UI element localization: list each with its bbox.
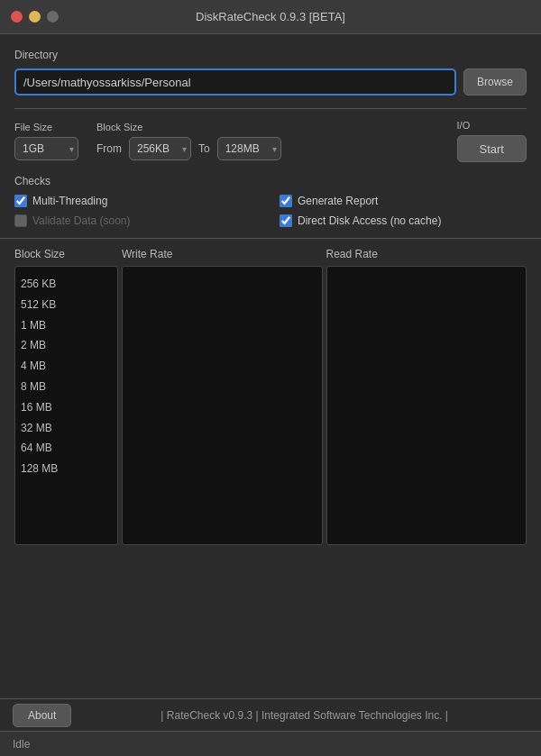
- browse-button[interactable]: Browse: [463, 68, 527, 96]
- window-title: DiskRateCheck 0.9.3 [BETA]: [196, 10, 345, 23]
- directory-label: Directory: [14, 49, 527, 61]
- from-label: From: [96, 142, 122, 155]
- to-label: To: [198, 142, 210, 155]
- direct-disk-checkbox[interactable]: [280, 214, 292, 227]
- check-validate-data: Validate Data (soon): [14, 214, 261, 227]
- results-table: Block Size 256 KB 512 KB 1 MB 2 MB 4 MB …: [14, 248, 527, 545]
- io-group: I/O Start: [457, 120, 527, 162]
- list-item: 8 MB: [21, 377, 112, 397]
- status-text: Idle: [13, 738, 30, 751]
- list-item: 4 MB: [21, 356, 112, 377]
- titlebar: DiskRateCheck 0.9.3 [BETA]: [0, 0, 541, 34]
- footer-bar: About | RateCheck v0.9.3 | Integrated So…: [0, 698, 541, 731]
- filesize-group: File Size 1GB 2GB 4GB 512MB ▾: [14, 122, 78, 160]
- footer-info: | RateCheck v0.9.3 | Integrated Software…: [80, 709, 528, 722]
- checks-grid: Multi-Threading Generate Report Validate…: [14, 195, 527, 227]
- blocksize-group: Block Size From 256KB 512KB 1MB 2MB ▾ To…: [96, 122, 439, 160]
- read-rate-header: Read Rate: [326, 248, 527, 260]
- divider-1: [14, 108, 527, 109]
- divider-2: [0, 238, 541, 239]
- col-write-rate: Write Rate: [122, 248, 323, 545]
- write-rate-data: [122, 266, 323, 545]
- blocksize-to-wrapper: 128MB 64MB 32MB 16MB ▾: [217, 137, 281, 160]
- about-button[interactable]: About: [13, 704, 71, 727]
- direct-disk-label: Direct Disk Access (no cache): [298, 214, 441, 227]
- maximize-button[interactable]: [47, 11, 59, 23]
- block-size-list: 256 KB 512 KB 1 MB 2 MB 4 MB 8 MB 16 MB …: [14, 266, 118, 545]
- blocksize-from-select[interactable]: 256KB 512KB 1MB 2MB: [129, 137, 191, 160]
- block-size-header: Block Size: [14, 248, 118, 260]
- list-item: 512 KB: [21, 295, 112, 315]
- blocksize-to-select[interactable]: 128MB 64MB 32MB 16MB: [217, 137, 281, 160]
- multithreading-checkbox[interactable]: [14, 195, 27, 207]
- status-bar: Idle: [0, 731, 541, 756]
- generate-report-checkbox[interactable]: [280, 195, 292, 207]
- results-section: Block Size 256 KB 512 KB 1 MB 2 MB 4 MB …: [0, 248, 541, 545]
- checks-section: Checks Multi-Threading Generate Report V…: [14, 175, 527, 227]
- list-item: 128 MB: [21, 459, 112, 479]
- blocksize-label: Block Size: [96, 122, 439, 132]
- read-rate-data: [326, 266, 527, 545]
- list-item: 32 MB: [21, 418, 112, 439]
- filesize-select[interactable]: 1GB 2GB 4GB 512MB: [14, 137, 78, 160]
- check-multithreading[interactable]: Multi-Threading: [14, 195, 261, 207]
- validate-data-label: Validate Data (soon): [32, 214, 131, 227]
- check-direct-disk[interactable]: Direct Disk Access (no cache): [280, 214, 527, 227]
- list-item: 256 KB: [21, 274, 112, 295]
- directory-input[interactable]: [14, 68, 456, 96]
- write-rate-header: Write Rate: [122, 248, 323, 260]
- list-item: 16 MB: [21, 397, 112, 418]
- filesize-select-wrapper: 1GB 2GB 4GB 512MB ▾: [14, 137, 78, 160]
- generate-report-label: Generate Report: [298, 195, 378, 207]
- list-item: 64 MB: [21, 438, 112, 459]
- check-generate-report[interactable]: Generate Report: [280, 195, 527, 207]
- close-button[interactable]: [11, 11, 23, 23]
- list-item: 1 MB: [21, 315, 112, 336]
- controls-row: File Size 1GB 2GB 4GB 512MB ▾ Block Size…: [14, 120, 527, 162]
- checks-label: Checks: [14, 175, 527, 187]
- col-block-size: Block Size 256 KB 512 KB 1 MB 2 MB 4 MB …: [14, 248, 118, 545]
- blocksize-from-wrapper: 256KB 512KB 1MB 2MB ▾: [129, 137, 191, 160]
- multithreading-label: Multi-Threading: [32, 195, 107, 207]
- directory-row: Browse: [14, 68, 527, 96]
- filesize-label: File Size: [14, 122, 78, 132]
- io-label: I/O: [457, 120, 527, 131]
- list-item: 2 MB: [21, 335, 112, 356]
- blocksize-inner: From 256KB 512KB 1MB 2MB ▾ To 128MB 64MB: [96, 137, 439, 160]
- col-read-rate: Read Rate: [326, 248, 527, 545]
- minimize-button[interactable]: [29, 11, 41, 23]
- validate-data-checkbox: [14, 214, 27, 227]
- traffic-lights: [11, 11, 59, 23]
- start-button[interactable]: Start: [457, 135, 527, 162]
- main-panel: Directory Browse File Size 1GB 2GB 4GB 5…: [0, 34, 541, 227]
